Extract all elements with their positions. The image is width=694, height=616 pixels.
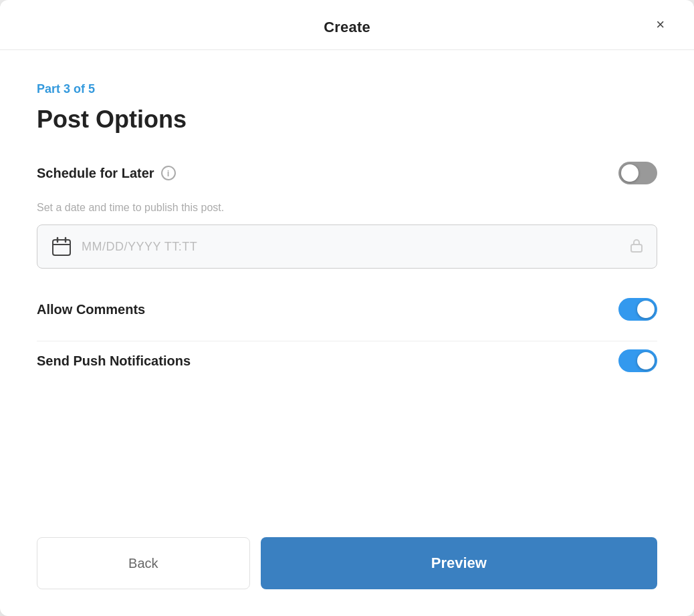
- schedule-toggle[interactable]: [618, 162, 657, 184]
- section-title: Post Options: [37, 106, 657, 134]
- push-notifications-row: Send Push Notifications: [37, 349, 657, 372]
- svg-rect-0: [53, 240, 70, 255]
- schedule-toggle-slider: [618, 162, 657, 184]
- date-placeholder-text: MM/DD/YYYY TT:TT: [82, 240, 630, 254]
- close-button[interactable]: ×: [653, 15, 667, 35]
- schedule-for-later-row: Schedule for Later i: [37, 162, 657, 184]
- allow-comments-toggle[interactable]: [618, 298, 657, 321]
- footer-buttons: Back Preview: [37, 517, 657, 589]
- schedule-info-icon[interactable]: i: [161, 166, 176, 180]
- calendar-icon: [51, 236, 72, 257]
- svg-rect-4: [631, 245, 642, 252]
- divider-1: [37, 341, 657, 341]
- date-input-row[interactable]: MM/DD/YYYY TT:TT: [37, 224, 657, 269]
- modal-title: Create: [324, 19, 370, 36]
- schedule-label-group: Schedule for Later i: [37, 166, 176, 181]
- allow-comments-label: Allow Comments: [37, 302, 145, 317]
- back-button[interactable]: Back: [37, 537, 250, 589]
- schedule-description: Set a date and time to publish this post…: [37, 202, 657, 214]
- modal-container: Create × Part 3 of 5 Post Options Schedu…: [0, 0, 694, 616]
- lock-icon: [630, 238, 643, 256]
- push-notifications-label: Send Push Notifications: [37, 353, 191, 369]
- modal-header: Create ×: [0, 0, 694, 50]
- allow-comments-row: Allow Comments: [37, 298, 657, 321]
- schedule-for-later-label: Schedule for Later: [37, 166, 154, 181]
- modal-body: Part 3 of 5 Post Options Schedule for La…: [0, 50, 694, 616]
- allow-comments-toggle-slider: [618, 298, 657, 321]
- push-notifications-toggle[interactable]: [618, 349, 657, 372]
- preview-button[interactable]: Preview: [261, 537, 657, 589]
- part-label: Part 3 of 5: [37, 82, 657, 96]
- push-notifications-toggle-slider: [618, 349, 657, 372]
